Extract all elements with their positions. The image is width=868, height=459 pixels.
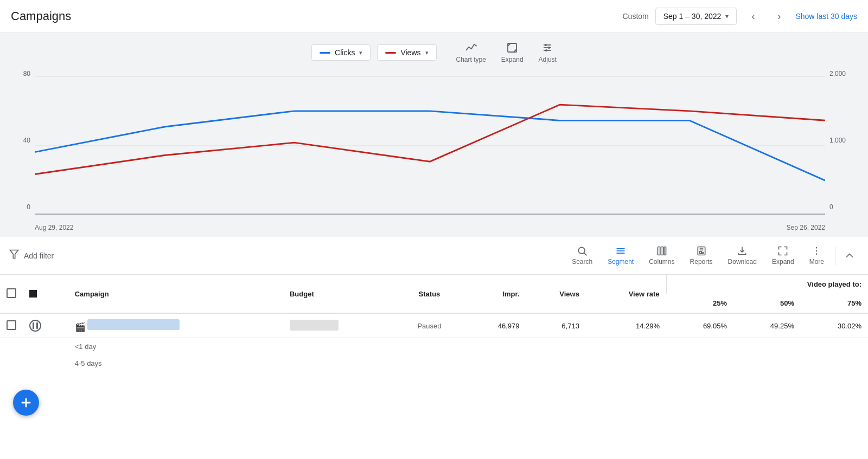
add-filter-label: Add filter: [24, 251, 54, 260]
date-range-text: Sep 1 – 30, 2022: [663, 12, 722, 21]
campaign-name-placeholder: [87, 319, 180, 330]
svg-marker-10: [10, 250, 18, 258]
chart-type-label: Chart type: [456, 56, 486, 63]
toolbar: Add filter Search Segment Column: [0, 237, 868, 275]
campaigns-table: ● Campaign Budget Status Impr. Views: [0, 275, 868, 372]
toolbar-divider: [835, 246, 835, 266]
y-axis-left: 80 40 0: [13, 70, 35, 222]
page-header: Campaigns Custom Sep 1 – 30, 2022 ▾ ‹ › …: [0, 0, 868, 33]
sub-row-2-data: [283, 355, 868, 372]
video-played-label: Video played to:: [807, 280, 861, 288]
pause-svg-icon: [31, 322, 39, 329]
th-video-played: Video played to:: [666, 275, 868, 294]
td-pause-icon: [23, 313, 68, 338]
td-campaign-name: 🎬: [68, 313, 283, 338]
th-status[interactable]: Status: [395, 275, 463, 313]
impr-header-label: Impr.: [502, 290, 519, 298]
status-value: Paused: [417, 322, 441, 330]
select-all-checkbox[interactable]: [7, 288, 16, 298]
50pct-label: 50%: [780, 299, 794, 307]
th-views[interactable]: Views: [526, 275, 586, 313]
toolbar-actions: Search Segment Columns: [565, 242, 859, 269]
columns-button[interactable]: Columns: [642, 242, 681, 269]
next-arrow-button[interactable]: ›: [769, 7, 789, 26]
td-views: 6,713: [526, 313, 586, 338]
sub-row-1-label: <1 day: [68, 338, 283, 355]
chart-wrapper: 80 40 0 2,000 1,000 0: [13, 70, 855, 222]
chart-type-button[interactable]: Chart type: [456, 42, 486, 63]
collapse-button[interactable]: [840, 246, 859, 266]
th-25pct[interactable]: 25%: [666, 294, 733, 313]
data-table-container: ● Campaign Budget Status Impr. Views: [0, 275, 868, 372]
views-label: Views: [400, 48, 420, 57]
td-75pct: 30.02%: [801, 313, 868, 338]
status-header-label: Status: [419, 290, 441, 298]
table-row: 🎬 Paused 46,979 6,713 14.29%: [0, 313, 868, 338]
th-view-rate[interactable]: View rate: [586, 275, 666, 313]
custom-label: Custom: [622, 12, 648, 21]
date-picker-chevron: ▾: [725, 12, 729, 20]
sub-row-1: <1 day: [0, 338, 868, 355]
chart-type-icon: [465, 42, 477, 54]
columns-label: Columns: [649, 258, 674, 266]
50pct-value: 49.25%: [770, 322, 794, 330]
more-button[interactable]: More: [803, 242, 831, 269]
video-camera-icon: 🎬: [75, 322, 86, 332]
th-budget[interactable]: Budget: [283, 275, 396, 313]
segment-button[interactable]: Segment: [601, 242, 640, 269]
more-icon: [811, 245, 822, 256]
download-icon: [737, 245, 748, 256]
page-title: Campaigns: [11, 9, 622, 23]
budget-header-label: Budget: [290, 290, 314, 298]
svg-point-5: [548, 47, 550, 49]
expand-table-button[interactable]: Expand: [765, 242, 801, 269]
y-right-0: 0: [829, 203, 855, 211]
views-metric-button[interactable]: Views ▾: [377, 44, 436, 61]
th-75pct[interactable]: 75%: [801, 294, 868, 313]
td-budget: [283, 313, 396, 338]
impr-value: 46,979: [498, 322, 520, 330]
clicks-chevron: ▾: [359, 49, 362, 56]
views-value: 6,713: [561, 322, 579, 330]
search-button[interactable]: Search: [565, 242, 599, 269]
td-view-rate: 14.29%: [586, 313, 666, 338]
75pct-value: 30.02%: [838, 322, 861, 330]
date-picker[interactable]: Sep 1 – 30, 2022 ▾: [655, 8, 737, 25]
th-impr[interactable]: Impr.: [463, 275, 526, 313]
adjust-button[interactable]: Adjust: [539, 42, 557, 63]
svg-rect-23: [701, 253, 703, 254]
reports-button[interactable]: Reports: [684, 242, 719, 269]
view-rate-value: 14.29%: [636, 322, 660, 330]
expand-chart-button[interactable]: Expand: [501, 42, 524, 63]
svg-point-4: [545, 44, 547, 46]
download-label: Download: [728, 258, 757, 266]
search-icon: [577, 245, 588, 256]
25pct-value: 69.05%: [703, 322, 727, 330]
th-50pct[interactable]: 50%: [733, 294, 801, 313]
columns-icon: [656, 245, 667, 256]
expand-table-icon: [777, 245, 788, 256]
svg-line-12: [584, 253, 587, 256]
chart-controls: Clicks ▾ Views ▾ Chart type Expand: [13, 42, 855, 63]
add-filter-button[interactable]: Add filter: [24, 251, 54, 260]
clicks-metric-button[interactable]: Clicks ▾: [311, 44, 371, 61]
row-checkbox[interactable]: [7, 320, 16, 330]
svg-rect-17: [661, 247, 663, 255]
segment-label: Segment: [608, 258, 634, 266]
download-button[interactable]: Download: [722, 242, 763, 269]
chart-type-controls: Chart type Expand Adj: [456, 42, 557, 63]
chart-svg: [35, 70, 825, 222]
th-campaign[interactable]: Campaign: [68, 275, 283, 313]
adjust-icon: [541, 42, 553, 54]
th-select-all: [0, 275, 23, 313]
prev-arrow-button[interactable]: ‹: [743, 7, 763, 26]
chart-container: Clicks ▾ Views ▾ Chart type Expand: [0, 33, 868, 237]
views-line-indicator: [385, 52, 396, 54]
expand-chart-label: Expand: [501, 56, 524, 63]
x-label-right: Sep 26, 2022: [787, 224, 825, 231]
show-last-30-button[interactable]: Show last 30 days: [795, 12, 857, 21]
th-status-dot: ●: [23, 275, 68, 313]
table-header-row: ● Campaign Budget Status Impr. Views: [0, 275, 868, 294]
clicks-label: Clicks: [335, 48, 355, 57]
svg-point-6: [545, 49, 547, 51]
